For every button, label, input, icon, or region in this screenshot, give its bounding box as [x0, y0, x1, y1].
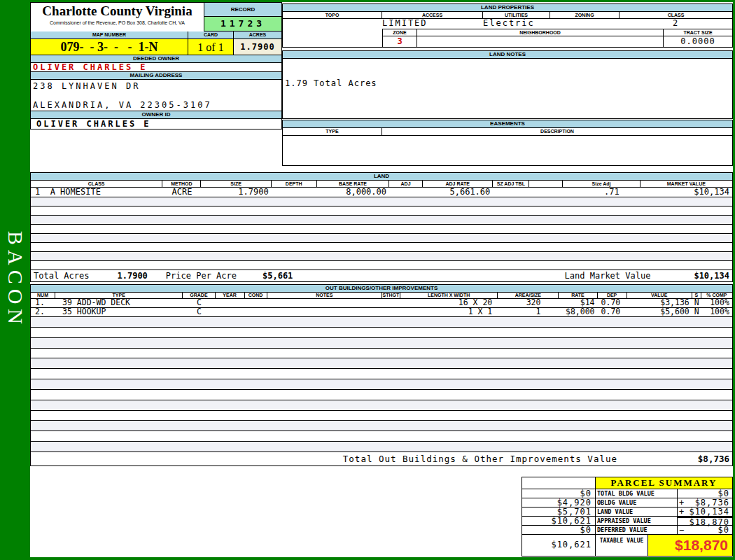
access-value: LIMITED	[382, 19, 483, 29]
col-blank	[529, 181, 563, 188]
ob-pct-comp: 100%	[701, 308, 732, 316]
zone-label: ZONE	[382, 29, 417, 36]
col-topo: TOPO	[283, 12, 382, 19]
col-num: NUM	[31, 293, 55, 299]
ob-cond	[245, 299, 267, 307]
col-value: VALUE	[627, 293, 692, 299]
out-buildings-header-row: NUM TYPE GRADE YEAR COND NOTES STHGT LEN…	[31, 293, 732, 299]
parcel-summary-header: PARCEL SUMMARY	[522, 477, 732, 489]
map-card-acres-value-row: 079- - 3- - - 1-N 1 of 1 1.7900	[31, 39, 281, 55]
land-size-adj: .71	[563, 188, 640, 197]
col-market-value: MARKET VALUE	[640, 181, 732, 188]
acres-label: ACRES	[234, 31, 281, 39]
col-zoning: ZONING	[550, 12, 620, 19]
assessment-record-page: { "page": { "side_label": "BACON" }, "he…	[0, 0, 735, 560]
mailing-address-label: MAILING ADDRESS	[31, 72, 281, 80]
record-box: RECORD 11723	[204, 3, 281, 31]
owner-id-value: OLIVER CHARLES E	[31, 119, 281, 129]
land-market-value-label: Land Market Value	[565, 271, 651, 281]
taxable-prior-value: $10,621	[522, 535, 596, 556]
ob-sthgt	[382, 308, 400, 316]
summary-row-appraised: $10,621 APPRAISED VALUE $18,870	[522, 517, 732, 526]
land-blank	[529, 188, 563, 197]
out-buildings-table: OUT BUILDINGS/OTHER IMPROVEMENTS NUM TYP…	[30, 284, 733, 466]
col-year: YEAR	[216, 293, 245, 299]
land-method: ACRE	[162, 188, 201, 197]
empty-table-row	[31, 252, 732, 261]
empty-table-row	[31, 421, 732, 431]
card-label: CARD	[188, 31, 234, 39]
col-type: TYPE	[55, 293, 183, 299]
ob-s: N	[692, 308, 701, 316]
tract-size-label: TRACT SIZE	[664, 29, 732, 36]
out-buildings-total-label: Total Out Buildings & Other Improvements…	[343, 454, 617, 464]
land-properties-value-row: LIMITED Electric 2	[283, 19, 732, 29]
row-value: $8,736	[695, 498, 729, 507]
row-label: APPRAISED VALUE	[596, 517, 678, 526]
title-record-row: Charlotte County Virginia Commissioner o…	[31, 3, 281, 31]
zone-value: 3	[382, 36, 417, 47]
out-building-row: 1. 39 ADD-WD DECK C 16 X 20 320 $14 0.70…	[31, 299, 732, 308]
map-number-label: MAP NUMBER	[31, 31, 188, 39]
col-rate: RATE	[559, 293, 597, 299]
col-utilities: UTILITIES	[483, 12, 550, 19]
empty-table-row	[31, 243, 732, 252]
ob-length-width: 1 X 1	[400, 308, 498, 316]
mailing-address-line2: ALEXANDRIA, VA 22305-3107	[33, 100, 281, 110]
col-adj: ADJ	[389, 181, 423, 188]
ob-area-size: 320	[498, 299, 559, 307]
neighborhood-value: 100 A Bacon	[417, 36, 664, 47]
record-value: 11723	[204, 17, 281, 31]
utilities-value: Electric	[483, 19, 550, 29]
row-label: LAND VALUE	[596, 507, 678, 517]
col-depth: DEPTH	[272, 181, 317, 188]
ob-value: $3,136	[627, 299, 692, 307]
col-sthgt: STHGT	[382, 293, 400, 299]
mailing-address-block: 238 LYNHAVEN DR ALEXANDRIA, VA 22305-310…	[31, 80, 281, 111]
ob-rate: $8,000	[559, 308, 597, 316]
col-access: ACCESS	[382, 12, 483, 19]
ob-area-size: 1	[498, 308, 559, 316]
land-market-value: $10,134	[640, 188, 732, 197]
easements-header-row: TYPE DESCRIPTION	[283, 128, 732, 136]
owner-card: Charlotte County Virginia Commissioner o…	[30, 2, 282, 130]
empty-table-row	[31, 206, 732, 216]
land-size: 1.7900	[201, 188, 271, 197]
tract-size-value: 0.0000	[664, 36, 732, 47]
empty-table-row	[31, 317, 732, 328]
ob-num: 2.	[31, 308, 55, 316]
land-total-row: Total Acres 1.7900 Price Per Acre $5,661…	[31, 270, 732, 281]
row-label: DEFERRED VALUE	[596, 526, 678, 535]
prior-value: $0	[522, 526, 596, 535]
empty-table-row	[31, 431, 732, 442]
col-dep: DEP	[598, 293, 627, 299]
col-adj-rate: ADJ RATE	[423, 181, 493, 188]
land-depth	[272, 188, 317, 197]
ob-type: 35 HOOKUP	[55, 308, 183, 316]
out-buildings-empty-rows	[31, 317, 732, 452]
ob-notes	[267, 299, 382, 307]
row-label: OBLDG VALUE	[596, 498, 678, 507]
zoning-value	[550, 19, 620, 29]
taxable-value: $18,870	[648, 535, 732, 556]
zone-value-row: 3 100 A Bacon 0.0000	[382, 36, 732, 47]
col-easement-type: TYPE	[283, 128, 382, 136]
ob-dep: 0.70	[598, 299, 627, 307]
ob-dep: 0.70	[598, 308, 627, 316]
price-per-acre-value: $5,661	[262, 271, 293, 281]
col-size: SIZE	[201, 181, 271, 188]
land-notes-panel: LAND NOTES 1.79 Total Acres	[282, 50, 733, 119]
land-empty-rows	[31, 197, 732, 270]
easements-panel: EASEMENTS TYPE DESCRIPTION	[282, 120, 733, 166]
prior-blank-cell	[522, 477, 596, 489]
land-properties-header-row: TOPO ACCESS UTILITIES ZONING CLASS	[283, 12, 732, 19]
sign: +	[679, 498, 685, 507]
land-properties-panel: LAND PROPERTIES TOPO ACCESS UTILITIES ZO…	[282, 4, 733, 48]
col-method: METHOD	[162, 181, 201, 188]
land-base-rate: 8,000.00	[317, 188, 389, 197]
ob-grade: C	[183, 299, 215, 307]
ob-num: 1.	[31, 299, 55, 307]
col-class: CLASS	[31, 181, 162, 188]
ob-sthgt	[382, 299, 400, 307]
land-properties-title: LAND PROPERTIES	[283, 4, 732, 12]
